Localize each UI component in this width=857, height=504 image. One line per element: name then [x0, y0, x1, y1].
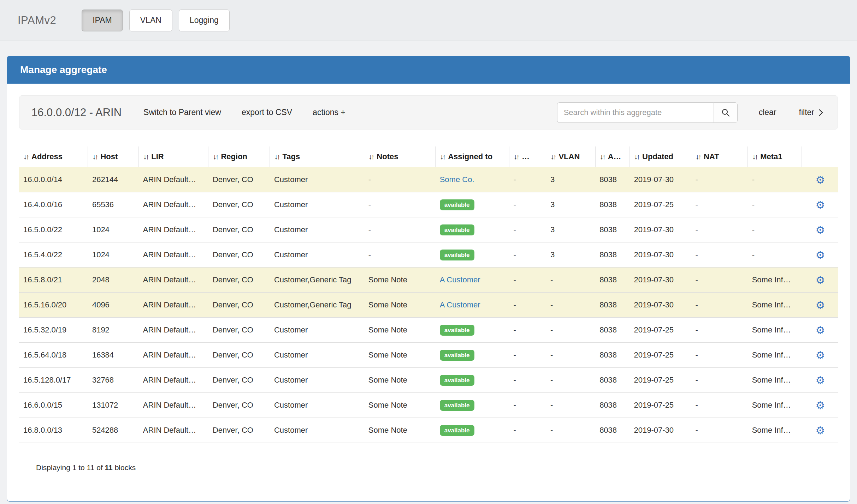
cell-updated: 2019-07-25 — [630, 368, 691, 393]
cell-address: 16.5.8.0/21 — [19, 268, 88, 293]
gear-icon[interactable]: ⚙ — [815, 199, 825, 211]
gear-icon[interactable]: ⚙ — [815, 174, 825, 186]
gear-icon[interactable]: ⚙ — [815, 400, 825, 411]
cell-a: 8038 — [595, 167, 630, 192]
nav-tab-vlan[interactable]: VLAN — [129, 10, 172, 31]
sort-icon: ↓↑ — [143, 153, 148, 161]
column-header[interactable]: ↓↑LIR — [139, 146, 208, 167]
cell-col8: - — [509, 293, 546, 318]
cell-actions: ⚙ — [802, 343, 838, 368]
app-brand: IPAMv2 — [18, 14, 56, 27]
clear-link[interactable]: clear — [759, 108, 776, 117]
cell-a: 8038 — [595, 293, 630, 318]
column-header[interactable]: ↓↑Notes — [364, 146, 436, 167]
cell-notes: Some Note — [364, 343, 436, 368]
gear-icon[interactable]: ⚙ — [815, 274, 825, 286]
cell-meta1: - — [748, 217, 802, 242]
search-button[interactable] — [714, 102, 738, 123]
cell-nat: - — [691, 217, 748, 242]
cell-a: 8038 — [595, 217, 630, 242]
cell-tags: Customer — [270, 418, 364, 443]
cell-nat: - — [691, 192, 748, 217]
column-header[interactable]: ↓↑Assigned to — [436, 146, 509, 167]
gear-icon[interactable]: ⚙ — [815, 425, 825, 436]
table-row: 16.5.0.0/22 1024 ARIN Default… Denver, C… — [19, 217, 838, 242]
cell-updated: 2019-07-30 — [630, 418, 691, 443]
cell-vlan: - — [546, 293, 595, 318]
cell-meta1: - — [748, 242, 802, 268]
column-label: Tags — [282, 152, 300, 161]
cell-assigned: available — [436, 418, 509, 443]
gear-icon[interactable]: ⚙ — [815, 224, 825, 236]
column-header[interactable]: ↓↑VLAN — [546, 146, 595, 167]
cell-nat: - — [691, 293, 748, 318]
cell-address: 16.5.16.0/20 — [19, 293, 88, 318]
available-badge: available — [440, 250, 474, 260]
cell-host: 2048 — [88, 268, 139, 293]
export-csv-link[interactable]: export to CSV — [242, 108, 292, 117]
cell-vlan: - — [546, 343, 595, 368]
column-header[interactable]: ↓↑Updated — [630, 146, 691, 167]
cell-lir: ARIN Default… — [139, 393, 208, 418]
table-row: 16.5.16.0/20 4096 ARIN Default… Denver, … — [19, 293, 838, 318]
column-header[interactable]: ↓↑… — [509, 146, 546, 167]
column-header[interactable]: ↓↑Host — [88, 146, 139, 167]
available-badge: available — [440, 400, 474, 411]
sort-icon: ↓↑ — [213, 153, 218, 161]
gear-icon[interactable]: ⚙ — [815, 299, 825, 311]
cell-actions: ⚙ — [802, 268, 838, 293]
cell-host: 524288 — [88, 418, 139, 443]
available-badge: available — [440, 325, 474, 336]
assigned-customer-link[interactable]: A Customer — [440, 300, 480, 309]
search-group — [557, 102, 738, 123]
column-header[interactable]: ↓↑A… — [595, 146, 630, 167]
nav-tab-ipam[interactable]: IPAM — [82, 10, 123, 31]
column-label: Meta1 — [760, 152, 782, 161]
column-label: VLAN — [558, 152, 580, 161]
cell-lir: ARIN Default… — [139, 242, 208, 268]
assigned-customer-link[interactable]: Some Co. — [440, 175, 474, 184]
cell-host: 65536 — [88, 192, 139, 217]
cell-region: Denver, CO — [208, 318, 270, 343]
cell-notes: Some Note — [364, 293, 436, 318]
cell-notes: Some Note — [364, 368, 436, 393]
gear-icon[interactable]: ⚙ — [815, 324, 825, 336]
filter-link[interactable]: filter — [799, 108, 823, 117]
cell-nat: - — [691, 368, 748, 393]
table-row: 16.8.0.0/13 524288 ARIN Default… Denver,… — [19, 418, 838, 443]
cell-meta1: - — [748, 192, 802, 217]
cell-meta1: Some Inf… — [748, 318, 802, 343]
column-label: … — [522, 152, 530, 161]
column-header[interactable]: ↓↑Tags — [270, 146, 364, 167]
sort-icon: ↓↑ — [752, 153, 757, 161]
column-header[interactable]: ↓↑Address — [19, 146, 88, 167]
cell-lir: ARIN Default… — [139, 192, 208, 217]
assigned-customer-link[interactable]: A Customer — [440, 275, 480, 284]
gear-icon[interactable]: ⚙ — [815, 249, 825, 261]
cell-nat: - — [691, 242, 748, 268]
search-input[interactable] — [557, 102, 714, 123]
column-header[interactable]: ↓↑Meta1 — [748, 146, 802, 167]
cell-address: 16.4.0.0/16 — [19, 192, 88, 217]
cell-updated: 2019-07-25 — [630, 393, 691, 418]
cell-a: 8038 — [595, 242, 630, 268]
cell-col8: - — [509, 167, 546, 192]
switch-parent-view-link[interactable]: Switch to Parent view — [143, 108, 221, 117]
cell-lir: ARIN Default… — [139, 343, 208, 368]
cell-actions: ⚙ — [802, 192, 838, 217]
available-badge: available — [440, 425, 474, 436]
gear-icon[interactable]: ⚙ — [815, 374, 825, 386]
nav-tabs: IPAMVLANLogging — [82, 10, 236, 31]
column-header[interactable]: ↓↑NAT — [691, 146, 748, 167]
cell-notes: Some Note — [364, 418, 436, 443]
cell-assigned: A Customer — [436, 293, 509, 318]
sort-icon: ↓↑ — [23, 153, 28, 161]
actions-menu-link[interactable]: actions + — [313, 108, 345, 117]
column-header[interactable]: ↓↑Region — [208, 146, 270, 167]
cell-col8: - — [509, 368, 546, 393]
nav-tab-logging[interactable]: Logging — [179, 10, 230, 31]
cell-a: 8038 — [595, 268, 630, 293]
table-row: 16.5.32.0/19 8192 ARIN Default… Denver, … — [19, 318, 838, 343]
blocks-table: ↓↑Address↓↑Host↓↑LIR↓↑Region↓↑Tags↓↑Note… — [19, 146, 838, 443]
gear-icon[interactable]: ⚙ — [815, 349, 825, 361]
